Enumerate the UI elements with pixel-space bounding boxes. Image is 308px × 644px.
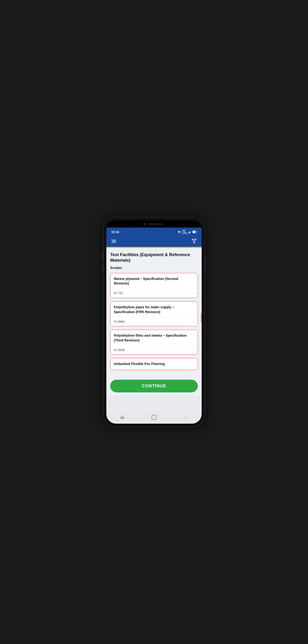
scopes-label: Scopes (110, 266, 198, 270)
scope-card-3[interactable]: Polyethylene films and sheets – Specific… (110, 330, 198, 355)
notch (106, 220, 202, 228)
svg-rect-3 (190, 231, 191, 233)
chevron-right-icon-1: › (193, 291, 194, 295)
scope-card-1-title: Marine plywood – Specification (Second R… (110, 273, 198, 288)
camera (143, 223, 145, 225)
signal-icon (188, 230, 192, 233)
content-card: Test Facilities (Equipment & Reference M… (106, 247, 202, 377)
scope-card-partial-title: Unbacked Flexible Pvc Flooring (110, 358, 198, 370)
status-icons: Vo)LTE1 (177, 230, 197, 234)
status-bar: 15:16 Vo)LTE1 (106, 228, 202, 236)
home-button[interactable] (150, 414, 158, 420)
main-content: Test Facilities (Equipment & Reference M… (106, 247, 202, 412)
scope-card-2-title: Polyethylene pipes for water supply – Sp… (110, 302, 198, 317)
header-bar (106, 236, 202, 247)
chevron-right-icon-3: › (193, 348, 194, 352)
scope-card-3-code[interactable]: IS 2508 › (110, 345, 198, 354)
status-time: 15:16 (111, 230, 119, 234)
svg-rect-5 (193, 231, 195, 233)
svg-marker-7 (192, 239, 196, 244)
svg-rect-6 (196, 232, 197, 232)
lte-label: Vo)LTE1 (182, 230, 187, 234)
back-button[interactable]: ‹ (182, 414, 189, 420)
filter-icon[interactable] (192, 238, 197, 244)
scope-card-1[interactable]: Marine plywood – Specification (Second R… (110, 273, 198, 298)
speaker (148, 224, 163, 225)
svg-rect-1 (189, 232, 189, 233)
phone-screen: 15:16 Vo)LTE1 (106, 220, 202, 424)
scope-card-partial[interactable]: Unbacked Flexible Pvc Flooring (110, 358, 198, 370)
continue-button[interactable]: CONTINUE (110, 380, 198, 392)
battery-icon (193, 230, 197, 233)
svg-rect-2 (190, 231, 190, 233)
svg-rect-0 (188, 232, 189, 233)
home-icon (151, 415, 157, 420)
scope-card-3-title: Polyethylene films and sheets – Specific… (110, 330, 198, 345)
chevron-right-icon-2: › (193, 319, 194, 324)
scope-card-2[interactable]: Polyethylene pipes for water supply – Sp… (110, 301, 198, 326)
page-title: Test Facilities (Equipment & Reference M… (110, 252, 198, 263)
wifi-icon (177, 230, 181, 233)
scope-card-1-code[interactable]: IS 710 › (110, 288, 198, 298)
back-icon: ‹ (185, 415, 187, 420)
scope-card-2-code[interactable]: IS 4984 › (110, 317, 198, 326)
bottom-nav: ‹ (106, 412, 202, 424)
menu-button[interactable] (111, 240, 116, 243)
recents-button[interactable] (119, 414, 126, 420)
continue-button-wrap: CONTINUE (106, 377, 202, 396)
phone-frame: 15:16 Vo)LTE1 (103, 218, 205, 426)
scroll-indicator (201, 313, 202, 322)
